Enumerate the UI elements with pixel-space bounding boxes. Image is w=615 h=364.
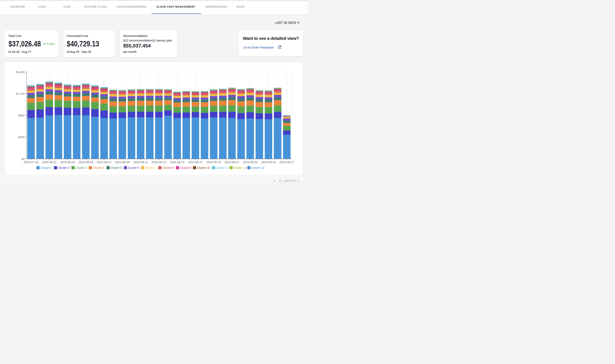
svg-text:2024-08-21: 2024-08-21 <box>225 160 239 164</box>
svg-text:2024-08-07: 2024-08-07 <box>97 160 112 164</box>
svg-text:2024-08-19: 2024-08-19 <box>206 160 221 164</box>
svg-text:Cluster 10: Cluster 10 <box>197 166 210 169</box>
svg-text:$1,200: $1,200 <box>16 92 24 95</box>
svg-text:Cluster 13: Cluster 13 <box>251 166 264 169</box>
svg-text:Cluster 1: Cluster 1 <box>41 166 52 169</box>
svg-text:2024-07-30: 2024-07-30 <box>24 160 38 164</box>
svg-text:2024-08-25: 2024-08-25 <box>261 160 276 164</box>
svg-text:2024-08-03: 2024-08-03 <box>60 160 75 164</box>
svg-text:2024-08-23: 2024-08-23 <box>243 160 258 164</box>
svg-text:Cluster 6: Cluster 6 <box>128 166 139 169</box>
svg-text:$1,600: $1,600 <box>16 70 24 73</box>
svg-text:Cluster 2: Cluster 2 <box>58 166 70 169</box>
svg-text:Cluster 5: Cluster 5 <box>111 166 122 169</box>
svg-text:$400: $400 <box>18 136 25 139</box>
svg-text:2024-08-15: 2024-08-15 <box>170 160 184 164</box>
svg-text:$800: $800 <box>18 114 25 117</box>
svg-text:2024-08-11: 2024-08-11 <box>133 160 148 164</box>
svg-text:2024-08-13: 2024-08-13 <box>152 160 166 164</box>
svg-text:Cluster 12: Cluster 12 <box>234 166 247 169</box>
svg-text:Cluster 8: Cluster 8 <box>162 166 174 169</box>
svg-text:2024-08-17: 2024-08-17 <box>188 160 203 164</box>
svg-text:Cluster 11: Cluster 11 <box>216 166 229 169</box>
svg-text:2024-08-09: 2024-08-09 <box>115 160 130 164</box>
svg-text:Cluster 3: Cluster 3 <box>75 166 87 169</box>
svg-text:2024-08-27: 2024-08-27 <box>280 160 294 164</box>
svg-text:Cluster 9: Cluster 9 <box>180 166 191 169</box>
svg-text:Cluster 4: Cluster 4 <box>93 166 104 169</box>
svg-text:Cluster 7: Cluster 7 <box>145 166 156 169</box>
svg-text:2024-08-05: 2024-08-05 <box>78 160 93 164</box>
svg-text:2024-08-01: 2024-08-01 <box>42 160 57 164</box>
svg-text:$0: $0 <box>22 157 25 160</box>
